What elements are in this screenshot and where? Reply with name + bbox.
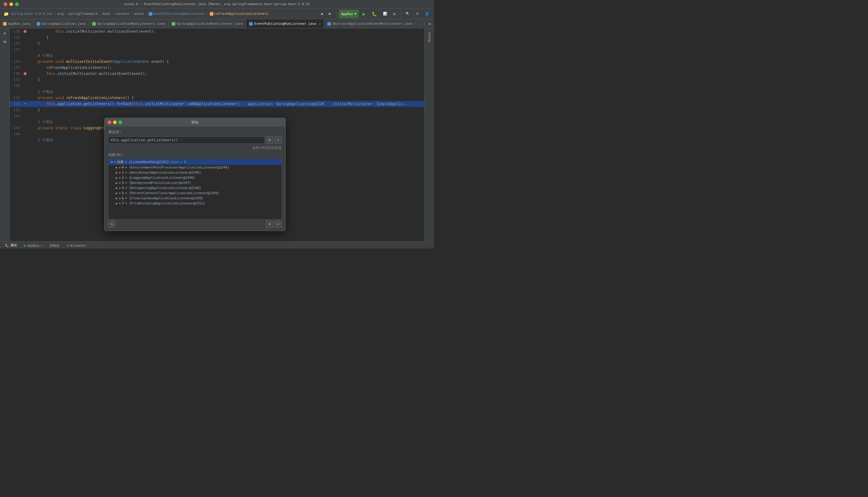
result-4-expand: ▶ <box>116 186 118 190</box>
result-5-var-icon: ≡ <box>119 191 121 195</box>
result-0-var-icon: ≡ <box>119 166 121 169</box>
result-item-2[interactable]: ▶ ≡ 2 = {LoggingApplicationListener@2246… <box>109 175 281 180</box>
eval-collapse-all-btn[interactable]: ⊖ <box>274 221 282 228</box>
code-comment-4usages: 4 个用法 <box>10 53 424 59</box>
right-sidebar: Maven <box>424 28 434 241</box>
result-item-4[interactable]: ▶ ≡ 4 = {DelegatingApplicationListener@2… <box>109 185 281 190</box>
bottom-tab-bar: 🐛 调试 ▶ AppRun ✕ 控制台 ⊙ Actuator <box>0 242 434 248</box>
eval-settings-btn[interactable]: ⚙ <box>108 221 115 228</box>
nav-fwd-button[interactable]: ▶ <box>327 10 334 18</box>
eval-expand-btn[interactable]: ⊞ <box>266 137 273 144</box>
result-7-var-icon: ≡ <box>119 202 121 205</box>
eval-close-btn[interactable] <box>108 120 111 124</box>
code-line-141: 141 } <box>10 107 424 113</box>
result-3-expand: ▶ <box>116 181 118 184</box>
hierarchy-icon[interactable]: ⊞ <box>1 38 9 45</box>
more-tabs-button[interactable]: ⋮ <box>421 22 429 26</box>
result-item-5[interactable]: ▶ ≡ 5 = {ParentContextCloserApplicationL… <box>109 190 281 196</box>
debug-button[interactable]: 🐛 <box>369 10 379 18</box>
run-icon-small: ▶ <box>24 244 26 247</box>
code-line-137: 137 } <box>10 77 424 83</box>
tab-console[interactable]: 控制台 <box>47 242 62 248</box>
code-line-140: 140 → this.application.getListeners().fo… <box>10 101 424 107</box>
result-1-var-icon: ≡ <box>119 171 121 174</box>
run-config-label: AppRun <box>341 12 353 16</box>
eval-window-controls[interactable] <box>108 120 122 124</box>
eval-expression-input[interactable] <box>108 137 265 144</box>
bookmark-icon[interactable]: ⊞ <box>429 22 431 26</box>
breakpoint-130[interactable] <box>24 30 27 33</box>
settings-button[interactable]: ⚙ <box>413 10 421 18</box>
debug-icon: 🐛 <box>5 243 9 247</box>
tab-icon-apprun <box>3 22 6 26</box>
bc-class: EventPublishingRunListener <box>149 12 205 16</box>
tab-apprun[interactable]: AppRun.java <box>0 19 33 28</box>
result-item-7[interactable]: ▶ ≡ 7 = {FileEncodingApplicationListener… <box>109 201 281 206</box>
eval-result-area: ▼ ∞ 结果 = {LinkedHashSet@2242} size = 8 ▶… <box>108 159 282 219</box>
tab-springrunlisteners[interactable]: SpringApplicationRunListeners.java <box>89 19 169 28</box>
result-infinity-icon: ∞ <box>114 160 116 164</box>
tab-springapplication[interactable]: SpringApplication.java <box>33 19 89 28</box>
result-collapse-icon: ▼ <box>111 160 113 164</box>
tab-icon-springrunlistener <box>172 22 175 26</box>
run-config-dropdown[interactable]: AppRun ▾ <box>339 10 359 18</box>
eval-max-btn[interactable] <box>119 120 122 124</box>
bc-event: event <box>134 12 144 16</box>
tab-abstract[interactable]: AbstractApplicationEventMulticaster.java… <box>324 19 421 28</box>
minimize-button[interactable] <box>9 2 13 6</box>
tab-icon-eventpublishing <box>249 22 253 26</box>
eval-input-row: ⊞ ▾ <box>108 137 282 144</box>
actuator-icon: ⊙ <box>67 244 69 247</box>
code-line-135: 135 refreshApplicationListeners(); <box>10 65 424 71</box>
close-button[interactable] <box>4 2 7 6</box>
result-root-row[interactable]: ▼ ∞ 结果 = {LinkedHashSet@2242} size = 8 <box>109 159 281 165</box>
window-controls[interactable] <box>4 2 19 6</box>
coverage-button[interactable]: 📊 <box>381 10 389 18</box>
result-6-expand: ▶ <box>116 197 118 200</box>
check-icon: ✓ <box>433 22 434 26</box>
user-button[interactable]: 👤 <box>423 10 431 18</box>
result-4-var-icon: ≡ <box>119 186 121 190</box>
code-line-139: 139 private void refreshApplicationListe… <box>10 95 424 101</box>
structure-icon[interactable]: ≡ <box>1 30 9 37</box>
bc-org: org <box>57 12 64 16</box>
code-comment-1usage-1: 1 个用法 <box>10 89 424 95</box>
tab-icon-springapp <box>37 22 40 26</box>
eval-dropdown-btn[interactable]: ▾ <box>274 137 282 144</box>
result-item-0[interactable]: ▶ ≡ 0 = {EnvironmentPostProcessorApplica… <box>109 165 281 170</box>
maximize-button[interactable] <box>15 2 19 6</box>
eval-right-btns: ⊕ ⊖ <box>266 221 282 228</box>
tab-close-eventpublishing[interactable]: ✕ <box>319 22 321 25</box>
eval-dialog: 评估 表达式: ⊞ ▾ 使用⇧⌘E添加到监视 结果(R): ▼ ∞ 结果 = {… <box>104 118 286 231</box>
nav-back-button[interactable]: ◀ <box>318 10 325 18</box>
eval-hint: 使用⇧⌘E添加到监视 <box>108 145 282 150</box>
code-line-136: 136 this.initialMulticaster.multicastEve… <box>10 71 424 77</box>
search-button[interactable]: 🔍 <box>403 10 412 18</box>
code-line-134: 134 private void multicastInitialEvent(A… <box>10 59 424 65</box>
bc-context: context <box>115 12 129 16</box>
tab-actuator[interactable]: ⊙ Actuator <box>64 242 88 248</box>
breakpoint-136[interactable] <box>24 72 27 75</box>
eval-add-watch-btn[interactable]: ⊕ <box>266 221 273 228</box>
result-item-1[interactable]: ▶ ≡ 1 = {AnsiOutputApplicationListener@2… <box>109 170 281 175</box>
tab-debug[interactable]: 🐛 调试 <box>2 242 19 248</box>
bc-boot: boot <box>103 12 111 16</box>
bc-springframework: springframework <box>68 12 98 16</box>
result-3-var-icon: ≡ <box>119 181 121 184</box>
project-icon: 📁 <box>2 10 10 17</box>
tab-apprun-close[interactable]: ✕ <box>41 244 42 247</box>
eval-result-label: 结果(R): <box>108 153 282 158</box>
code-line-138: 138 <box>10 83 424 89</box>
top-toolbar: 📁 spring-boot-3.0.0.jar › org › springfr… <box>0 9 434 19</box>
tab-eventpublishing[interactable]: EventPublishingRunListener.java ✕ <box>246 19 324 28</box>
eval-min-btn[interactable] <box>113 120 117 124</box>
tab-springrunlistener[interactable]: SpringApplicationRunListener.java <box>169 19 246 28</box>
tab-close-abstract[interactable]: ✕ <box>415 22 417 25</box>
stop-button[interactable]: ■ <box>391 10 398 18</box>
tab-apprun-label[interactable]: ▶ AppRun ✕ <box>22 242 45 248</box>
result-item-6[interactable]: ▶ ≡ 6 = {ClearCachesApplicationListener@… <box>109 196 281 201</box>
result-0-expand: ▶ <box>116 166 118 169</box>
result-item-3[interactable]: ▶ ≡ 3 = {BackgroundPreinitializer@2247} <box>109 180 281 185</box>
maven-tab[interactable]: Maven <box>426 30 432 44</box>
run-button[interactable]: ▶ <box>360 10 368 18</box>
